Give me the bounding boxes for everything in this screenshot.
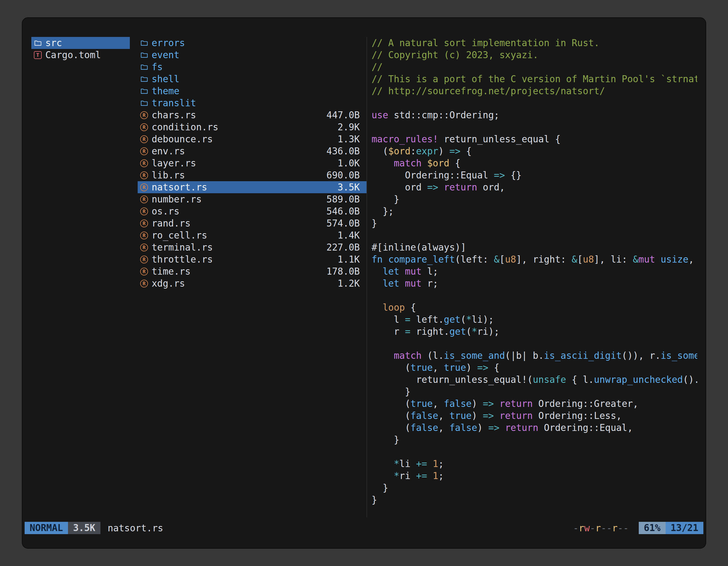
entry-name: theme (152, 86, 179, 97)
file-row-rand.rs[interactable]: Rrand.rs574.0B (138, 217, 367, 229)
code-line: }; (372, 205, 697, 217)
open-folder-icon (140, 63, 148, 71)
code-line: (true, true) => { (372, 361, 697, 373)
dir-row-theme[interactable]: theme (138, 85, 367, 97)
parent-pane[interactable]: srcTCargo.toml (31, 37, 130, 517)
file-row-Cargo.toml[interactable]: TCargo.toml (31, 49, 130, 61)
code-line: *li += 1; (372, 458, 697, 470)
code-line: use std::cmp::Ordering; (372, 109, 697, 121)
rust-file-icon: R (140, 267, 148, 276)
code-line: } (372, 386, 697, 398)
dir-row-fs[interactable]: fs (138, 61, 367, 73)
file-row-natsort.rs[interactable]: Rnatsort.rs3.5K (138, 181, 367, 193)
file-row-terminal.rs[interactable]: Rterminal.rs227.0B (138, 241, 367, 254)
rust-file-icon: R (140, 207, 148, 216)
preview-pane[interactable]: // A natural sort implementation in Rust… (367, 37, 697, 517)
file-row-ro_cell.rs[interactable]: Rro_cell.rs1.4K (138, 229, 367, 241)
code-line: (true, false) => return Ordering::Greate… (372, 398, 697, 410)
entry-size: 1.3K (338, 134, 367, 145)
entry-name: chars.rs (152, 110, 196, 121)
entry-size: 227.0B (327, 242, 367, 253)
entry-size: 690.0B (327, 170, 367, 181)
file-row-lib.rs[interactable]: Rlib.rs690.0B (138, 169, 367, 181)
code-line: macro_rules! return_unless_equal { (372, 133, 697, 145)
entry-name: fs (152, 62, 163, 72)
file-row-throttle.rs[interactable]: Rthrottle.rs1.1K (138, 254, 367, 266)
code-line: loop { (372, 301, 697, 313)
mode-badge: NORMAL (25, 522, 68, 534)
status-bar: NORMAL 3.5K natsort.rs -rw-r--r-- 61% 13… (25, 522, 703, 534)
code-line: let mut r; (372, 278, 697, 289)
entry-name: terminal.rs (152, 242, 213, 253)
code-line: r = right.get(*ri); (372, 325, 697, 337)
code-line (372, 229, 697, 241)
code-line: match $ord { (372, 157, 697, 169)
scroll-percent-badge: 61% (639, 522, 666, 534)
entry-size: 436.0B (327, 146, 367, 157)
code-line: // (372, 61, 697, 73)
toml-file-icon: T (34, 51, 42, 59)
file-permissions: -rw-r--r-- (573, 523, 629, 534)
entry-size: 1.0K (338, 158, 367, 169)
code-line: fn compare_left(left: &[u8], right: &[u8… (372, 254, 697, 266)
entry-size: 1.1K (338, 254, 367, 265)
code-line: } (372, 217, 697, 229)
entry-name: condition.rs (152, 122, 218, 133)
entry-name: number.rs (152, 194, 202, 205)
code-line: return_unless_equal!(unsafe { l.unwrap_u… (372, 373, 697, 386)
rust-file-icon: R (140, 111, 148, 119)
dir-row-shell[interactable]: shell (138, 73, 367, 85)
entry-name: debounce.rs (152, 134, 213, 145)
code-line (372, 289, 697, 301)
entry-size: 447.0B (327, 110, 367, 121)
entry-name: os.rs (152, 206, 179, 217)
file-size-badge: 3.5K (68, 522, 100, 534)
rust-file-icon: R (140, 135, 148, 144)
code-line: *ri += 1; (372, 470, 697, 482)
rust-file-icon: R (140, 147, 148, 156)
entry-name: ro_cell.rs (152, 230, 207, 241)
entry-name: shell (152, 74, 179, 85)
entry-name: time.rs (152, 266, 191, 277)
file-row-os.rs[interactable]: Ros.rs546.0B (138, 205, 367, 217)
open-folder-icon (140, 99, 148, 107)
entry-size: 1.2K (338, 278, 367, 289)
rust-file-icon: R (140, 159, 148, 168)
code-line (372, 337, 697, 349)
code-line (372, 97, 697, 109)
code-line (372, 121, 697, 133)
file-row-condition.rs[interactable]: Rcondition.rs2.9K (138, 121, 367, 133)
dir-row-event[interactable]: event (138, 49, 367, 61)
cursor-position-badge: 13/21 (666, 522, 703, 534)
file-row-number.rs[interactable]: Rnumber.rs589.0B (138, 193, 367, 205)
dir-row-src[interactable]: src (31, 37, 130, 49)
file-row-env.rs[interactable]: Renv.rs436.0B (138, 145, 367, 157)
status-bar-left: NORMAL 3.5K natsort.rs (25, 522, 163, 534)
entry-name: src (45, 37, 62, 48)
rust-file-icon: R (140, 231, 148, 240)
code-line: (false, true) => return Ordering::Less, (372, 410, 697, 422)
dir-row-errors[interactable]: errors (138, 37, 367, 49)
file-row-debounce.rs[interactable]: Rdebounce.rs1.3K (138, 133, 367, 145)
entry-size: 546.0B (327, 206, 367, 217)
code-line: // Copyright (c) 2023, sxyazi. (372, 49, 697, 61)
file-row-time.rs[interactable]: Rtime.rs178.0B (138, 266, 367, 278)
code-line: (false, false) => return Ordering::Equal… (372, 422, 697, 434)
entry-size: 3.5K (338, 182, 367, 193)
rust-file-icon: R (140, 123, 148, 132)
open-folder-icon (140, 51, 148, 59)
file-row-layer.rs[interactable]: Rlayer.rs1.0K (138, 157, 367, 169)
code-line: l = left.get(*li); (372, 313, 697, 325)
rust-file-icon: R (140, 280, 148, 288)
current-pane[interactable]: errorseventfsshellthemetranslitRchars.rs… (138, 37, 367, 517)
dir-row-translit[interactable]: translit (138, 97, 367, 109)
code-line: } (372, 434, 697, 446)
entry-name: layer.rs (152, 158, 196, 169)
open-folder-icon (140, 75, 148, 83)
entry-size: 2.9K (338, 122, 367, 133)
entry-name: rand.rs (152, 218, 191, 229)
file-row-chars.rs[interactable]: Rchars.rs447.0B (138, 109, 367, 121)
entry-size: 178.0B (327, 266, 367, 277)
file-row-xdg.rs[interactable]: Rxdg.rs1.2K (138, 278, 367, 289)
open-folder-icon (140, 87, 148, 95)
